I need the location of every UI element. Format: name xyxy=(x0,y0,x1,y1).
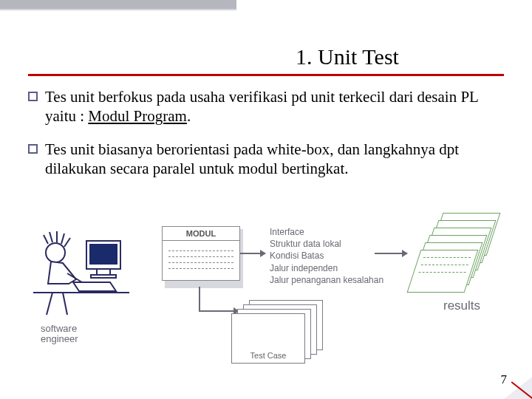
engineer-label-line2: engineer xyxy=(41,333,78,344)
interface-line: Interface xyxy=(270,226,383,238)
svg-line-7 xyxy=(50,232,52,242)
engineer-label-line1: software xyxy=(41,323,77,334)
bullet-square-icon xyxy=(28,92,38,101)
svg-line-6 xyxy=(44,235,48,244)
svg-line-10 xyxy=(64,238,70,247)
svg-point-5 xyxy=(46,243,65,262)
svg-line-9 xyxy=(61,233,64,244)
bullet-square-icon xyxy=(28,144,38,154)
slide-top-accent xyxy=(0,0,236,10)
svg-line-13 xyxy=(63,293,67,315)
diagram: software engineer MODUL Interface Strukt… xyxy=(33,222,499,369)
slide-body: Tes unit berfokus pada usaha verifikasi … xyxy=(28,87,504,191)
module-header: MODUL xyxy=(163,227,239,241)
bullet-text-post: . xyxy=(187,107,191,125)
bullet-item: Tes unit biasanya berorientasi pada whit… xyxy=(28,140,504,179)
svg-rect-3 xyxy=(91,275,116,278)
interface-line: Jalur penanganan kesalahan xyxy=(270,274,383,286)
bullet-text: Tes unit biasanya berorientasi pada whit… xyxy=(45,140,504,179)
arrow-icon xyxy=(199,287,200,312)
bullet-text-underlined: Modul Program xyxy=(88,107,187,125)
slide-title: 1. Unit Test xyxy=(0,44,532,69)
arrow-icon xyxy=(240,253,265,254)
svg-rect-1 xyxy=(89,244,117,265)
results-label: results xyxy=(443,299,480,313)
bullet-text: Tes unit berfokus pada usaha verifikasi … xyxy=(45,87,504,126)
interface-line: Struktur data lokal xyxy=(270,238,383,250)
module-box: MODUL xyxy=(162,226,240,281)
module-lines xyxy=(163,241,239,280)
results-stack xyxy=(414,213,502,301)
testcase-stack: Test Case xyxy=(231,300,335,366)
interface-list: Interface Struktur data lokal Kondisi Ba… xyxy=(270,226,383,286)
testcase-label: Test Case xyxy=(232,351,304,360)
svg-line-12 xyxy=(47,293,52,315)
svg-rect-2 xyxy=(97,269,110,275)
engineer-label: software engineer xyxy=(41,324,78,345)
bullet-item: Tes unit berfokus pada usaha verifikasi … xyxy=(28,87,504,126)
arrow-icon xyxy=(375,253,407,254)
bullet-text-pre: Tes unit biasanya berorientasi pada whit… xyxy=(45,140,459,177)
interface-line: Jalur independen xyxy=(270,262,383,274)
interface-line: Kondisi Batas xyxy=(270,250,383,262)
engineer-illustration xyxy=(33,228,129,324)
page-curl-icon xyxy=(504,377,532,399)
title-underline xyxy=(28,74,504,76)
